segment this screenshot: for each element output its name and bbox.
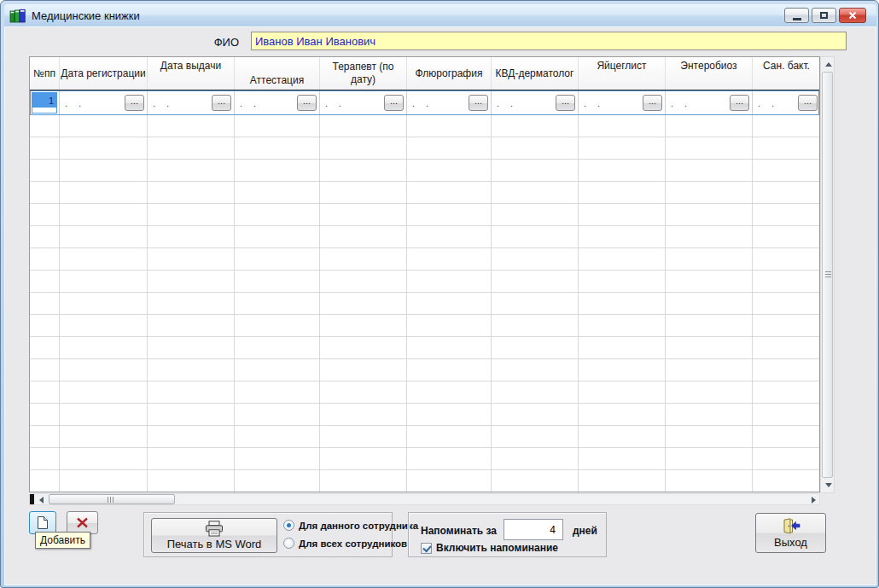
vertical-scroll-thumb[interactable] [822, 72, 833, 478]
grid-cell [60, 381, 148, 403]
grid-cell [753, 137, 820, 159]
date-picker-button[interactable]: ... [730, 95, 749, 111]
grid-cell [666, 115, 753, 137]
grid-cell [148, 182, 235, 203]
column-header[interactable]: №пп [30, 57, 60, 90]
print-groupbox: Печать в MS Word Для данного сотрудника … [143, 512, 393, 557]
date-picker-button[interactable]: ... [212, 95, 231, 111]
radio-all-employees-label: Для всех сотрудников [299, 539, 407, 549]
column-header-label: КВД-дерматолог [496, 67, 574, 80]
column-header[interactable]: Флюрография [407, 57, 492, 90]
date-picker-button[interactable]: ... [643, 95, 662, 111]
date-cell[interactable]: . .... [666, 90, 753, 115]
date-cell[interactable]: . .... [60, 90, 148, 115]
horizontal-scrollbar[interactable] [29, 493, 820, 505]
grid-row-selected[interactable]: 1. ..... ..... ..... ..... ..... ..... .… [30, 90, 819, 115]
books-icon [9, 8, 26, 23]
date-picker-button[interactable]: ... [125, 95, 144, 111]
radio-icon[interactable] [283, 538, 294, 549]
grid-cell [60, 137, 148, 159]
grid-cell [60, 404, 148, 425]
grid-cell [235, 115, 320, 137]
add-row-button[interactable] [29, 511, 56, 534]
new-document-icon [37, 515, 49, 530]
grid-cell [666, 448, 753, 469]
date-picker-button[interactable]: ... [469, 95, 488, 111]
grid-cell [235, 359, 320, 381]
column-header[interactable]: Терапевт (по дату) [320, 57, 407, 90]
grid-cell [492, 470, 579, 492]
close-button[interactable] [839, 8, 866, 23]
grid-cell [492, 226, 579, 247]
grid-cell [579, 404, 666, 425]
radio-all-employees[interactable]: Для всех сотрудников [283, 538, 407, 549]
vertical-scrollbar[interactable] [820, 56, 835, 493]
grid-cell [666, 359, 753, 381]
enable-reminder-option[interactable]: Включить напоминание [421, 542, 558, 554]
remind-days-input[interactable] [504, 519, 563, 540]
fio-input[interactable] [251, 32, 847, 50]
grid-cell [666, 204, 753, 225]
date-cell[interactable]: . .... [407, 90, 492, 115]
grid-cell [492, 448, 579, 469]
delete-row-button[interactable] [67, 511, 98, 534]
exit-button-label: Выход [774, 536, 807, 549]
column-header[interactable]: КВД-дерматолог [492, 57, 579, 90]
print-word-button[interactable]: Печать в MS Word [151, 518, 277, 553]
checkbox-icon[interactable] [421, 543, 432, 554]
row-number-cell[interactable]: 1 [30, 90, 60, 115]
grid-cell [235, 470, 320, 492]
date-cell[interactable]: . .... [235, 90, 320, 115]
scroll-left-icon[interactable] [39, 497, 44, 504]
grid-cell [407, 470, 492, 492]
scrollbar-size-grip[interactable] [30, 494, 34, 504]
grid-cell [492, 204, 579, 225]
grid-cell [235, 426, 320, 447]
grid-cell [235, 381, 320, 403]
grid-cell [666, 404, 753, 425]
date-picker-button[interactable]: ... [297, 95, 317, 111]
radio-icon[interactable] [283, 520, 294, 531]
column-header-label: Флюрография [416, 67, 483, 80]
grid-cell [320, 115, 407, 137]
minimize-button[interactable] [784, 8, 809, 23]
grid-cell [579, 248, 666, 270]
grid-cell [148, 315, 235, 336]
date-cell[interactable]: . .... [148, 90, 235, 115]
grid-cell [579, 115, 666, 137]
titlebar[interactable]: Медицинские книжки [4, 4, 876, 26]
date-picker-button[interactable]: ... [556, 95, 575, 111]
date-picker-button[interactable]: ... [798, 95, 818, 111]
column-header[interactable]: Сан. бакт. [753, 57, 820, 90]
grid-cell [30, 426, 60, 447]
date-cell[interactable]: . .... [753, 90, 820, 115]
column-header[interactable]: Дата регистрации [60, 57, 148, 90]
horizontal-scroll-thumb[interactable] [49, 494, 175, 504]
grid-cell [148, 226, 235, 247]
column-header[interactable]: Яйцеглист [579, 57, 666, 90]
column-header[interactable]: Дата выдачи [148, 57, 235, 90]
scroll-right-icon[interactable] [812, 497, 816, 504]
column-header[interactable]: Энтеробиоз [666, 57, 753, 90]
scroll-up-icon[interactable] [825, 62, 832, 67]
date-cell[interactable]: . .... [320, 90, 407, 115]
grid-cell [235, 448, 320, 469]
grid-cell [148, 115, 235, 137]
maximize-button[interactable] [812, 8, 836, 23]
exit-button[interactable]: Выход [755, 513, 826, 553]
grid-cell [148, 404, 235, 425]
grid-cell [579, 381, 666, 403]
remind-unit-label: дней [573, 525, 597, 537]
exit-door-icon [782, 518, 800, 534]
radio-current-employee[interactable]: Для данного сотрудника [283, 520, 418, 531]
column-header[interactable]: Аттестация [235, 57, 320, 90]
grid-cell [492, 182, 579, 203]
date-picker-button[interactable]: ... [384, 95, 404, 111]
date-cell[interactable]: . .... [492, 90, 579, 115]
grid-cell [60, 426, 148, 447]
app-window: Медицинские книжки ФИО №ппДата регистрац… [0, 0, 879, 588]
grid-cell [148, 204, 235, 225]
date-cell[interactable]: . .... [579, 90, 666, 115]
grid-empty-row [30, 337, 819, 359]
scroll-down-icon[interactable] [825, 483, 832, 487]
